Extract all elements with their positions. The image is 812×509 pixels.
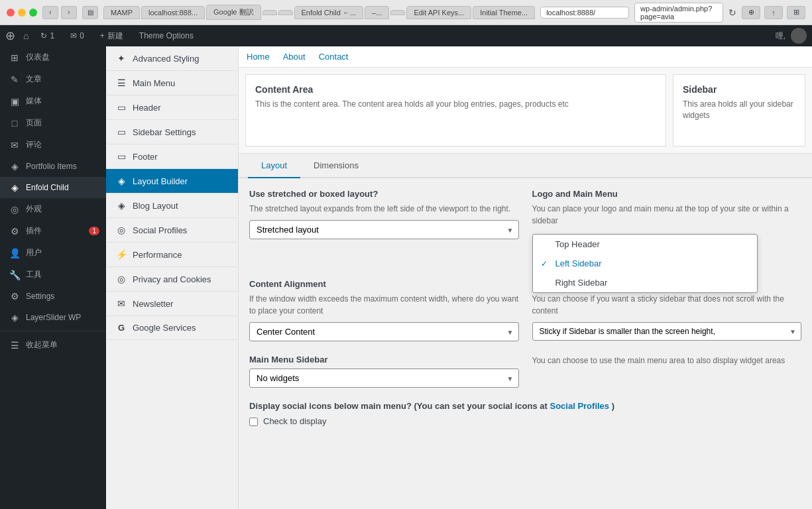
browser-tab-localhost[interactable]: localhost:888... bbox=[141, 6, 205, 19]
sub-sidebar-item-advanced-styling[interactable]: ✦ Advanced Styling bbox=[106, 46, 238, 71]
left-sidebar-checkmark: ✓ bbox=[541, 259, 550, 268]
sub-sidebar-item-performance[interactable]: ⚡ Performance bbox=[106, 243, 238, 267]
sub-sidebar-item-header[interactable]: ▭ Header bbox=[106, 95, 238, 120]
sidebar-item-pages[interactable]: □ 页面 bbox=[0, 112, 106, 134]
social-profiles-link[interactable]: Social Profiles bbox=[550, 401, 609, 411]
browser-tab-mamp[interactable]: MAMP bbox=[103, 6, 140, 19]
browser-tab-empty2[interactable] bbox=[278, 10, 293, 15]
tab-dimensions[interactable]: Dimensions bbox=[300, 154, 372, 178]
address-bar[interactable]: localhost:8888/ bbox=[540, 7, 629, 19]
dropdown-option-right-sidebar[interactable]: Right Sidebar bbox=[533, 273, 757, 292]
nav-link-about[interactable]: About bbox=[283, 52, 306, 62]
layout-preview-area: Content Area This is the content area. T… bbox=[239, 68, 812, 154]
logo-menu-dropdown[interactable]: Top Header ✓ Left Sidebar Right Sidebar bbox=[532, 234, 758, 293]
google-services-icon: G bbox=[115, 323, 127, 333]
wp-logo-icon[interactable]: ⊕ bbox=[5, 28, 15, 43]
sticky-sidebar-select[interactable]: Sticky if Sidebar is smaller than the sc… bbox=[532, 322, 802, 341]
sticky-sidebar-select-wrap: Sticky if Sidebar is smaller than the sc… bbox=[532, 322, 802, 341]
browser-tab-api[interactable]: Edit API Keys... bbox=[406, 6, 471, 19]
sidebar-item-collapse[interactable]: ☰ 收起菜单 bbox=[0, 334, 106, 356]
browser-tab-google[interactable]: Google 翻訳 bbox=[206, 5, 261, 20]
sidebar-item-users[interactable]: 👤 用户 bbox=[0, 242, 106, 264]
browser-chrome: ‹ › ▤ MAMP localhost:888... Google 翻訳 En… bbox=[0, 0, 812, 25]
sidebar-item-plugins[interactable]: ⚙ 插件 1 bbox=[0, 220, 106, 242]
admin-bar-comments[interactable]: ✉ 0 bbox=[66, 28, 88, 43]
browser-tab-empty1[interactable] bbox=[262, 10, 277, 15]
sidebar-label-portfolio: Portfolio Items bbox=[26, 162, 77, 171]
sub-sidebar-label-header: Header bbox=[133, 103, 161, 113]
sidebar-item-layerslider[interactable]: ◈ LayerSlider WP bbox=[0, 307, 106, 328]
back-button[interactable]: ‹ bbox=[42, 6, 58, 19]
tab-layout[interactable]: Layout bbox=[248, 154, 300, 178]
admin-sidebar: ⊞ 仪表盘 ✎ 文章 ▣ 媒体 □ 页面 ✉ 评论 ◈ Portfolio It… bbox=[0, 46, 106, 509]
sub-sidebar-item-newsletter[interactable]: ✉ Newsletter bbox=[106, 292, 238, 316]
sub-sidebar-item-sidebar-settings[interactable]: ▭ Sidebar Settings bbox=[106, 120, 238, 144]
browser-tab-dash[interactable]: –... bbox=[365, 6, 389, 19]
sidebar-label-enfold: Enfold Child bbox=[26, 183, 69, 192]
sidebar-item-enfold[interactable]: ◈ Enfold Child bbox=[0, 177, 106, 198]
admin-bar-new[interactable]: + 新建 bbox=[96, 28, 127, 44]
sub-sidebar-item-blog-layout[interactable]: ◈ Blog Layout bbox=[106, 194, 238, 218]
dropdown-option-left-sidebar[interactable]: ✓ Left Sidebar bbox=[533, 254, 757, 273]
sub-sidebar-item-main-menu[interactable]: ☰ Main Menu bbox=[106, 71, 238, 95]
extensions-button[interactable]: ⊕ bbox=[742, 6, 760, 19]
browser-tab-empty3[interactable] bbox=[390, 10, 405, 15]
social-icons-section: Display social icons below main menu? (Y… bbox=[249, 401, 801, 426]
sub-sidebar-item-layout-builder[interactable]: ◈ Layout Builder bbox=[106, 169, 238, 194]
main-menu-sidebar-title: Main Menu Sidebar bbox=[249, 355, 519, 365]
admin-bar-counter[interactable]: ↻ 1 bbox=[36, 28, 58, 43]
social-profiles-icon: ◎ bbox=[115, 225, 127, 235]
sidebar-item-settings[interactable]: ⚙ Settings bbox=[0, 286, 106, 307]
sub-sidebar-item-footer[interactable]: ▭ Footer bbox=[106, 144, 238, 169]
sidebar-item-comments[interactable]: ✉ 评论 bbox=[0, 134, 106, 156]
dropdown-option-top-header[interactable]: Top Header bbox=[533, 235, 757, 254]
content-alignment-select[interactable]: Center Content Left Content Right Conten… bbox=[249, 322, 519, 341]
browser-tab-bar: MAMP localhost:888... Google 翻訳 Enfold C… bbox=[103, 5, 535, 20]
layout-section-title: Use stretched or boxed layout? bbox=[249, 189, 519, 199]
sidebar-toggle-button[interactable]: ▤ bbox=[82, 6, 98, 19]
header-icon: ▭ bbox=[115, 102, 127, 113]
layout-select[interactable]: Stretched layout Boxed layout bbox=[249, 220, 519, 239]
main-menu-icon: ☰ bbox=[115, 78, 127, 88]
browser-tab-enfold[interactable]: Enfold Child ←... bbox=[294, 6, 364, 19]
sidebar-preview: Sidebar This area holds all your sidebar… bbox=[673, 74, 805, 146]
comments-icon: ✉ bbox=[70, 31, 77, 40]
sub-sidebar-item-privacy[interactable]: ◎ Privacy and Cookies bbox=[106, 267, 238, 292]
posts-icon: ✎ bbox=[9, 74, 21, 85]
sub-sidebar-label-newsletter: Newsletter bbox=[133, 299, 173, 309]
sidebar-item-portfolio[interactable]: ◈ Portfolio Items bbox=[0, 156, 106, 177]
admin-bar-theme-options[interactable]: Theme Options bbox=[135, 28, 198, 43]
minimize-dot[interactable] bbox=[18, 9, 26, 17]
sub-sidebar-item-social-profiles[interactable]: ◎ Social Profiles bbox=[106, 218, 238, 243]
nav-link-contact[interactable]: Contact bbox=[319, 52, 349, 62]
wp-home-icon[interactable]: ⌂ bbox=[23, 30, 29, 41]
sidebar-item-appearance[interactable]: ◎ 外观 bbox=[0, 198, 106, 220]
menu-button[interactable]: ⊞ bbox=[787, 6, 805, 19]
nav-link-home[interactable]: Home bbox=[247, 52, 270, 62]
content-alignment-title: Content Alignment bbox=[249, 279, 519, 289]
reload-button[interactable]: ↻ bbox=[728, 7, 736, 18]
close-dot[interactable] bbox=[7, 9, 15, 17]
admin-avatar[interactable] bbox=[791, 28, 807, 44]
sidebar-item-tools[interactable]: 🔧 工具 bbox=[0, 264, 106, 286]
settings-row-3: Main Menu Sidebar No widgets Show widget… bbox=[249, 355, 801, 388]
sidebar-item-dashboard[interactable]: ⊞ 仪表盘 bbox=[0, 46, 106, 68]
main-menu-sidebar-select[interactable]: No widgets Show widgets bbox=[249, 368, 519, 388]
share-button[interactable]: ↑ bbox=[764, 6, 783, 19]
howdy-text: 哩, bbox=[776, 30, 785, 42]
fullscreen-dot[interactable] bbox=[29, 9, 37, 17]
sidebar-label-posts: 文章 bbox=[26, 74, 42, 85]
sidebar-item-posts[interactable]: ✎ 文章 bbox=[0, 68, 106, 90]
browser-tab-theme[interactable]: Initial Theme... bbox=[473, 6, 535, 19]
logo-menu-section: Logo and Main Menu You can place your lo… bbox=[532, 189, 802, 239]
sub-sidebar-item-google-services[interactable]: G Google Services bbox=[106, 316, 238, 340]
plugins-icon: ⚙ bbox=[9, 226, 21, 237]
forward-button[interactable]: › bbox=[61, 6, 77, 19]
appearance-icon: ◎ bbox=[9, 204, 21, 215]
content-alignment-desc: If the window width exceeds the maximum … bbox=[249, 293, 519, 317]
layout-section: Use stretched or boxed layout? The stret… bbox=[249, 189, 519, 239]
sidebar-label-settings: Settings bbox=[26, 292, 54, 301]
social-icons-checkbox[interactable] bbox=[249, 418, 258, 426]
sidebar-item-media[interactable]: ▣ 媒体 bbox=[0, 90, 106, 112]
address-bar-2[interactable]: wp-admin/admin.php?page=avia bbox=[634, 3, 723, 23]
